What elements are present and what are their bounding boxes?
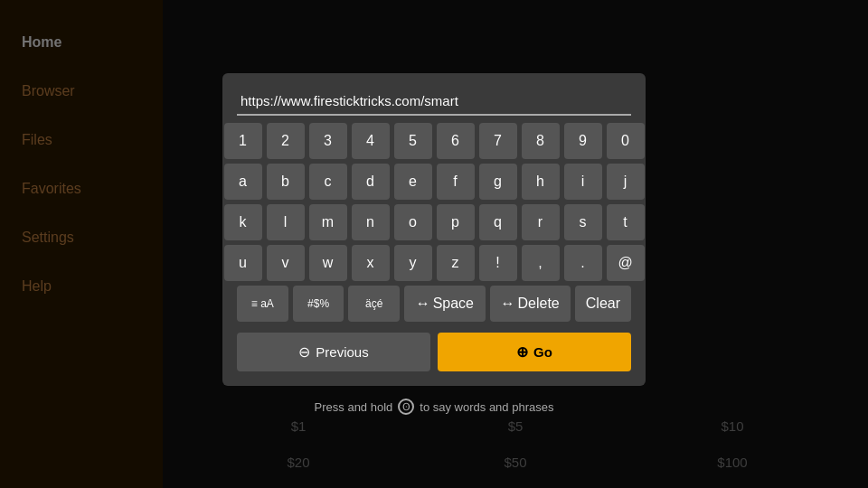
key-8[interactable]: 8 xyxy=(522,123,560,159)
key-b[interactable]: b xyxy=(267,164,305,200)
key-2[interactable]: 2 xyxy=(267,123,305,159)
number-row: 1 2 3 4 5 6 7 8 9 0 xyxy=(237,123,631,159)
key-accents[interactable]: äçé xyxy=(348,286,400,322)
overlay: 1 2 3 4 5 6 7 8 9 0 a b c d e xyxy=(0,0,868,488)
delete-icon: ↔ xyxy=(501,296,515,312)
key-d[interactable]: d xyxy=(352,164,390,200)
key-at[interactable]: @ xyxy=(607,245,645,281)
key-c[interactable]: c xyxy=(309,164,347,200)
key-period[interactable]: . xyxy=(564,245,602,281)
key-j[interactable]: j xyxy=(607,164,645,200)
key-6[interactable]: 6 xyxy=(437,123,475,159)
go-button[interactable]: ⊕ Go xyxy=(438,333,631,371)
key-o[interactable]: o xyxy=(394,204,432,240)
bottom-bar: ⊖ Previous ⊕ Go xyxy=(237,333,631,371)
key-g[interactable]: g xyxy=(479,164,517,200)
key-symbols[interactable]: #$% xyxy=(293,286,344,322)
key-space[interactable]: ↔ Space xyxy=(404,286,485,322)
url-input[interactable] xyxy=(237,88,631,116)
hint-bar: Press and hold ʘ to say words and phrase… xyxy=(315,399,554,415)
previous-button[interactable]: ⊖ Previous xyxy=(237,333,430,371)
alpha-row-3: u v w x y z ! , . @ xyxy=(237,245,631,281)
key-u[interactable]: u xyxy=(224,245,262,281)
key-e[interactable]: e xyxy=(394,164,432,200)
key-0[interactable]: 0 xyxy=(607,123,645,159)
key-w[interactable]: w xyxy=(309,245,347,281)
key-l[interactable]: l xyxy=(267,204,305,240)
key-s[interactable]: s xyxy=(564,204,602,240)
key-n[interactable]: n xyxy=(352,204,390,240)
key-3[interactable]: 3 xyxy=(309,123,347,159)
key-y[interactable]: y xyxy=(394,245,432,281)
key-f[interactable]: f xyxy=(437,164,475,200)
key-k[interactable]: k xyxy=(224,204,262,240)
key-clear[interactable]: Clear xyxy=(575,286,631,322)
alpha-row-1: a b c d e f g h i j xyxy=(237,164,631,200)
previous-icon: ⊖ xyxy=(298,343,310,361)
key-i[interactable]: i xyxy=(564,164,602,200)
space-icon: ↔ xyxy=(416,296,430,312)
key-x[interactable]: x xyxy=(352,245,390,281)
key-r[interactable]: r xyxy=(522,204,560,240)
go-icon: ⊕ xyxy=(516,343,528,361)
key-exclaim[interactable]: ! xyxy=(479,245,517,281)
key-t[interactable]: t xyxy=(607,204,645,240)
key-v[interactable]: v xyxy=(267,245,305,281)
special-row: ≡ aA #$% äçé ↔ Space ↔ Delete Clear xyxy=(237,286,631,322)
key-h[interactable]: h xyxy=(522,164,560,200)
keyboard-modal: 1 2 3 4 5 6 7 8 9 0 a b c d e xyxy=(222,73,646,386)
key-a[interactable]: a xyxy=(224,164,262,200)
key-7[interactable]: 7 xyxy=(479,123,517,159)
key-z[interactable]: z xyxy=(437,245,475,281)
key-p[interactable]: p xyxy=(437,204,475,240)
key-5[interactable]: 5 xyxy=(394,123,432,159)
alpha-row-2: k l m n o p q r s t xyxy=(237,204,631,240)
key-9[interactable]: 9 xyxy=(564,123,602,159)
key-4[interactable]: 4 xyxy=(352,123,390,159)
key-menu-aa[interactable]: ≡ aA xyxy=(237,286,288,322)
key-q[interactable]: q xyxy=(479,204,517,240)
hint-icon: ʘ xyxy=(398,399,414,415)
keyboard-grid: 1 2 3 4 5 6 7 8 9 0 a b c d e xyxy=(237,123,631,322)
key-delete[interactable]: ↔ Delete xyxy=(490,286,571,322)
key-1[interactable]: 1 xyxy=(224,123,262,159)
key-m[interactable]: m xyxy=(309,204,347,240)
key-comma[interactable]: , xyxy=(522,245,560,281)
